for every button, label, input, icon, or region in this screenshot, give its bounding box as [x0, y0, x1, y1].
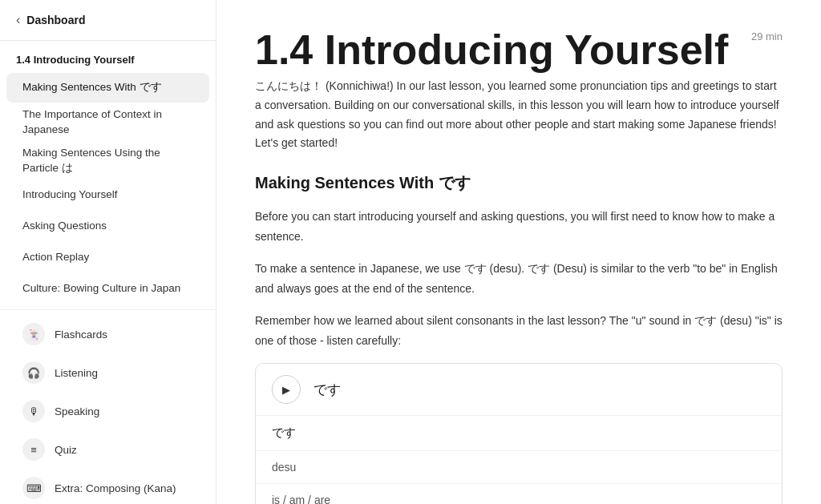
- sidebar-item-action-replay[interactable]: Action Replay: [6, 243, 209, 272]
- audio-row-meaning: is / am / are: [256, 484, 782, 504]
- flashcards-label: Flashcards: [55, 329, 107, 341]
- lesson-title: 1.4 Introducing Yourself: [255, 26, 728, 74]
- sidebar-item-introducing-yourself[interactable]: Introducing Yourself: [6, 180, 209, 210]
- audio-card: ▶ です です desu is / am / are: [255, 363, 783, 504]
- lesson-duration: 29 min: [751, 26, 783, 42]
- quiz-label: Quiz: [55, 444, 77, 456]
- intro-paragraph: こんにちは！ (Konnichiwa!) In our last lesson,…: [255, 77, 783, 153]
- sidebar-item-particle-wa[interactable]: Making Sentences Using the Particle は: [6, 143, 209, 179]
- paragraph-1: Before you can start introducing yoursel…: [255, 207, 783, 246]
- sidebar-item-quiz[interactable]: ≡ Quiz: [6, 431, 209, 468]
- sidebar-item-extra-kana[interactable]: ⌨ Extra: Composing (Kana): [6, 470, 209, 504]
- paragraph-3: Remember how we learned about silent con…: [255, 311, 783, 350]
- sidebar-header: ‹ Dashboard: [0, 0, 216, 41]
- listening-label: Listening: [55, 367, 98, 379]
- quiz-icon: ≡: [22, 438, 45, 461]
- sidebar-item-culture-bowing[interactable]: Culture: Bowing Culture in Japan: [6, 274, 209, 304]
- sidebar-section-title: 1.4 Introducing Yourself: [0, 41, 216, 72]
- play-icon: ▶: [282, 384, 290, 396]
- speaking-label: Speaking: [55, 405, 99, 417]
- audio-row-japanese-repeat: です: [256, 416, 782, 451]
- sidebar-item-speaking[interactable]: 🎙 Speaking: [6, 393, 209, 429]
- speaking-icon: 🎙: [22, 400, 45, 422]
- sidebar-divider: [0, 309, 216, 310]
- sidebar-item-asking-questions[interactable]: Asking Questions: [6, 212, 209, 241]
- sidebar-item-flashcards[interactable]: 🃏 Flashcards: [6, 316, 209, 353]
- extra-kana-label: Extra: Composing (Kana): [55, 482, 176, 494]
- listening-icon: 🎧: [22, 361, 45, 384]
- audio-japanese-large: です: [313, 381, 341, 399]
- sidebar: ‹ Dashboard 1.4 Introducing Yourself Mak…: [0, 0, 216, 504]
- sidebar-item-listening[interactable]: 🎧 Listening: [6, 354, 209, 391]
- sidebar-item-making-sentences[interactable]: Making Sentences With です: [6, 73, 209, 103]
- extra-kana-icon: ⌨: [22, 477, 45, 499]
- sidebar-navigation: Making Sentences With です The Importance …: [0, 72, 216, 504]
- dashboard-back-label[interactable]: Dashboard: [26, 14, 85, 26]
- main-content: 1.4 Introducing Yourself 29 min こんにちは！ (…: [216, 0, 821, 504]
- play-button[interactable]: ▶: [272, 375, 301, 404]
- audio-row-romaji: desu: [256, 451, 782, 484]
- sidebar-item-importance-context[interactable]: The Importance of Context in Japanese: [6, 104, 209, 141]
- audio-card-header: ▶ です: [256, 364, 782, 416]
- back-arrow-icon[interactable]: ‹: [16, 13, 20, 27]
- paragraph-2: To make a sentence in Japanese, we use で…: [255, 259, 783, 298]
- section-title-making-sentences: Making Sentences With です: [255, 172, 783, 194]
- flashcards-icon: 🃏: [22, 323, 45, 345]
- lesson-title-row: 1.4 Introducing Yourself 29 min: [255, 26, 783, 74]
